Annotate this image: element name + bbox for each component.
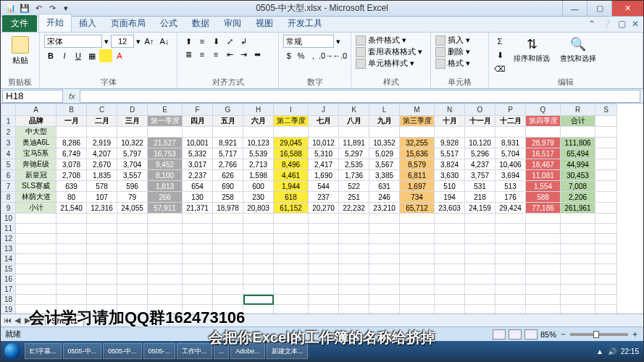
cell[interactable]	[309, 127, 339, 138]
category-cell[interactable]: 中大型	[16, 127, 57, 138]
data-cell[interactable]: 10,001	[183, 138, 213, 148]
cell[interactable]	[16, 285, 57, 295]
brand-cell[interactable]: 小计	[16, 203, 57, 214]
data-cell[interactable]: 2,713	[243, 159, 274, 170]
cell[interactable]	[435, 224, 465, 234]
cell[interactable]	[87, 214, 117, 224]
header-cell[interactable]: 七月	[309, 116, 339, 127]
data-cell[interactable]: 690	[213, 181, 243, 192]
data-cell[interactable]: 2,237	[183, 170, 213, 181]
zoom-thumb[interactable]	[593, 331, 599, 338]
header-cell[interactable]: 六月	[243, 116, 274, 127]
data-cell[interactable]: 2,206	[561, 192, 595, 203]
data-cell[interactable]: 65,494	[561, 148, 595, 159]
cell[interactable]	[117, 254, 148, 264]
tab-review[interactable]: 审阅	[217, 15, 248, 32]
data-cell[interactable]: 246	[369, 192, 400, 203]
data-cell[interactable]: 130	[183, 192, 213, 203]
data-cell[interactable]: 258	[213, 192, 243, 203]
cell[interactable]	[495, 244, 526, 254]
fill-button[interactable]: ⬇	[493, 49, 506, 62]
data-cell[interactable]: 654	[183, 181, 213, 192]
data-cell[interactable]: 5,517	[435, 148, 465, 159]
clear-button[interactable]: ⌫	[493, 62, 506, 75]
taskbar-item[interactable]: 新建文本...	[267, 343, 309, 359]
cell[interactable]	[274, 264, 309, 274]
close-button[interactable]: ✕	[611, 1, 643, 16]
insert-cells-button[interactable]: 插入▾	[435, 35, 484, 46]
cell[interactable]	[400, 244, 435, 254]
cell[interactable]	[339, 127, 369, 138]
cell[interactable]	[339, 214, 369, 224]
data-cell[interactable]: 5,539	[243, 148, 274, 159]
data-cell[interactable]: 15,636	[400, 148, 435, 159]
cell[interactable]	[465, 224, 495, 234]
find-select-button[interactable]: 🔍 查找和选择	[557, 35, 599, 65]
cell[interactable]	[87, 264, 117, 274]
cell[interactable]	[243, 224, 274, 234]
cell[interactable]	[526, 224, 561, 234]
cell[interactable]	[369, 224, 400, 234]
cell[interactable]	[16, 254, 57, 264]
data-cell[interactable]: 1,835	[87, 170, 117, 181]
data-cell[interactable]: 639	[57, 181, 87, 192]
cell[interactable]	[183, 285, 213, 295]
cell[interactable]	[57, 285, 87, 295]
sort-filter-button[interactable]: ⇅ 排序和筛选	[511, 35, 553, 65]
cell[interactable]	[148, 214, 183, 224]
cell[interactable]	[465, 285, 495, 295]
data-cell[interactable]: 107	[87, 192, 117, 203]
data-cell[interactable]: 5,029	[369, 148, 400, 159]
data-cell[interactable]: 251	[339, 192, 369, 203]
cell[interactable]	[16, 224, 57, 234]
data-cell[interactable]: 734	[400, 192, 435, 203]
cell[interactable]	[561, 127, 595, 138]
header-cell[interactable]: 一月	[57, 116, 87, 127]
cell[interactable]	[526, 127, 561, 138]
row-header[interactable]: 6	[1, 170, 16, 181]
col-header[interactable]: K	[339, 104, 369, 116]
tab-view[interactable]: 视图	[248, 15, 280, 32]
data-cell[interactable]: 3,630	[435, 170, 465, 181]
cell[interactable]	[339, 274, 369, 285]
qat-customize[interactable]: ▾	[60, 3, 72, 14]
cell[interactable]	[87, 224, 117, 234]
cell[interactable]	[400, 305, 435, 314]
cell[interactable]	[339, 234, 369, 244]
header-cell[interactable]: 八月	[339, 116, 369, 127]
data-cell[interactable]: 65,712	[400, 203, 435, 214]
data-cell[interactable]: 5,332	[183, 148, 213, 159]
cell[interactable]	[309, 264, 339, 274]
cell[interactable]	[369, 127, 400, 138]
cell[interactable]	[243, 244, 274, 254]
data-cell[interactable]: 16,588	[274, 148, 309, 159]
font-size-combo[interactable]	[111, 35, 134, 48]
cell[interactable]	[595, 254, 617, 264]
cell[interactable]	[561, 244, 595, 254]
data-cell[interactable]: 3,694	[495, 170, 526, 181]
cell[interactable]	[117, 244, 148, 254]
col-header[interactable]: Q	[526, 104, 561, 116]
brand-cell[interactable]: 新皇冠	[16, 170, 57, 181]
cell[interactable]	[495, 224, 526, 234]
cell[interactable]	[117, 305, 148, 314]
cell[interactable]	[526, 254, 561, 264]
font-name-dropdown-icon[interactable]: ▾	[104, 37, 109, 46]
cell[interactable]	[369, 285, 400, 295]
cell[interactable]	[561, 234, 595, 244]
data-cell[interactable]: 21,540	[57, 203, 87, 214]
col-header[interactable]: P	[495, 104, 526, 116]
cell[interactable]	[561, 264, 595, 274]
cell[interactable]	[435, 295, 465, 305]
cell[interactable]	[400, 295, 435, 305]
row-header[interactable]: 2	[1, 127, 16, 138]
indent-dec-button[interactable]: ⇤	[223, 48, 236, 61]
cell[interactable]	[339, 224, 369, 234]
data-cell[interactable]: 9,928	[435, 138, 465, 148]
cell[interactable]	[309, 244, 339, 254]
data-cell[interactable]: 3,385	[369, 170, 400, 181]
font-color-button[interactable]: A	[113, 49, 126, 62]
cell[interactable]	[369, 234, 400, 244]
data-cell[interactable]: 4,237	[465, 159, 495, 170]
col-header[interactable]: G	[213, 104, 243, 116]
